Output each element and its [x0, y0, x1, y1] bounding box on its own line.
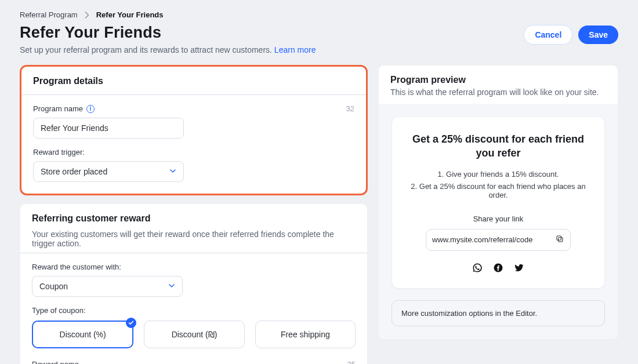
chevron-right-icon [85, 12, 89, 19]
reward-trigger-label: Reward trigger: [33, 148, 354, 156]
preview-subtitle: This is what the referral program will l… [390, 88, 606, 97]
svg-rect-1 [557, 236, 561, 240]
preview-headline: Get a 25% discount for each friend you r… [405, 132, 591, 161]
editor-note: More customization options in the Editor… [392, 300, 605, 326]
page-title: Refer Your Friends [20, 24, 316, 42]
page-subtitle: Set up your referral program and its rew… [20, 45, 316, 54]
section-title-referring-reward: Referring customer reward [20, 204, 367, 232]
coupon-type-discount-currency[interactable]: Discount (₪) [144, 321, 244, 348]
chevron-down-icon [169, 167, 176, 176]
preview-step-1: 1. Give your friends a 15% discount. [405, 170, 592, 179]
program-name-count: 32 [346, 104, 354, 113]
header-actions: Cancel Save [524, 25, 618, 45]
share-url: www.mysite.com/referral/code [432, 235, 549, 244]
share-link: www.mysite.com/referral/code [426, 229, 571, 251]
coupon-type-discount-percent[interactable]: Discount (%) [32, 321, 133, 348]
learn-more-link[interactable]: Learn more [274, 45, 316, 54]
reward-with-value: Coupon [39, 282, 68, 291]
reward-with-label: Reward the customer with: [32, 263, 356, 271]
preview-title: Program preview [390, 75, 606, 85]
reward-trigger-value: Store order placed [41, 167, 107, 176]
reward-with-select[interactable]: Coupon [32, 276, 183, 297]
facebook-icon[interactable] [493, 263, 503, 275]
breadcrumb: Referral Program Refer Your Friends [20, 10, 618, 19]
coupon-type-label: Type of coupon: [32, 306, 356, 315]
copy-icon[interactable] [555, 234, 564, 246]
preview-step-2: 2. Get a 25% discount for each friend wh… [405, 182, 592, 199]
reward-trigger-select[interactable]: Store order placed [33, 161, 184, 182]
program-details-card: Program details Program name i 32 [20, 65, 368, 195]
twitter-icon[interactable] [514, 263, 524, 275]
social-row [405, 263, 592, 275]
section-title-program-details: Program details [21, 67, 366, 94]
save-button[interactable]: Save [578, 26, 618, 44]
breadcrumb-current: Refer Your Friends [96, 10, 164, 19]
svg-rect-0 [559, 237, 563, 241]
coupon-type-free-shipping[interactable]: Free shipping [255, 321, 356, 348]
program-preview: Program preview This is what the referra… [378, 65, 618, 340]
info-icon[interactable]: i [86, 105, 95, 113]
breadcrumb-root[interactable]: Referral Program [20, 10, 78, 19]
check-icon [126, 318, 136, 328]
whatsapp-icon[interactable] [472, 263, 483, 275]
reward-name-label: Reward name [32, 360, 79, 364]
reward-name-count: 35 [347, 360, 356, 364]
referring-reward-subtitle: Your existing customers will get their r… [20, 230, 367, 253]
referring-reward-card: Referring customer reward Your existing … [20, 203, 368, 364]
coupon-type-segment: Discount (%) Discount (₪) Free shipping [32, 321, 356, 348]
program-name-label: Program name i [33, 104, 95, 113]
cancel-button[interactable]: Cancel [524, 25, 572, 45]
preview-card: Get a 25% discount for each friend you r… [392, 117, 605, 289]
share-label: Share your link [405, 214, 592, 223]
program-name-input[interactable] [33, 118, 184, 139]
chevron-down-icon [168, 282, 175, 291]
